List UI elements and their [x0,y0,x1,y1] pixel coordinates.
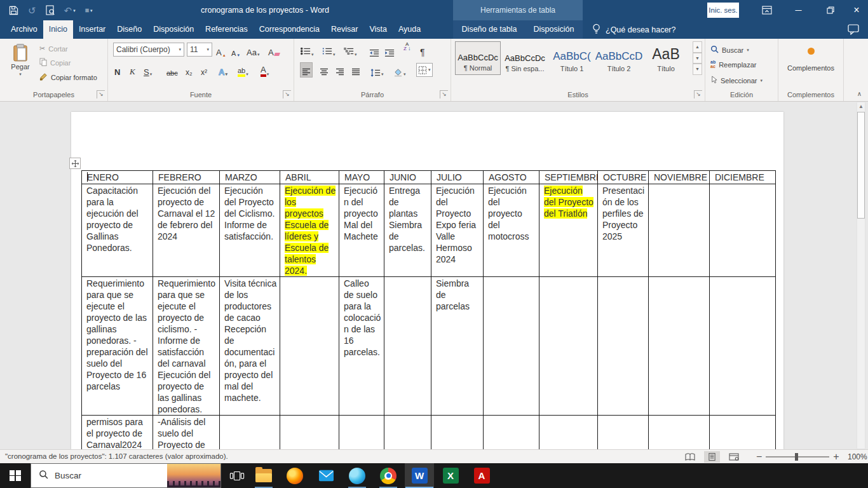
bullet-list-button[interactable]: ▾ [301,43,314,57]
bold-button[interactable]: N [114,63,120,77]
table-cell[interactable] [598,277,649,416]
numbered-list-button[interactable]: ▾ [322,43,336,57]
styles-scroll-up-button[interactable]: ▲ [693,41,702,53]
addins-button[interactable]: Complementos [778,64,843,72]
table-cell[interactable]: Ejecución del proyecto Mal del Machete [339,184,384,277]
month-header-cell[interactable]: OCTUBRE [598,171,649,184]
align-right-button[interactable] [334,63,346,77]
table-cell[interactable]: Visita técnica de los productores de cac… [220,277,280,416]
styles-dialog-launcher[interactable]: ↘ [694,90,702,98]
table-cell[interactable]: Ejecución del proyecto del motocross [484,184,539,277]
table-cell[interactable]: Calleo de suelo para la colocación de la… [339,277,384,416]
table-cell[interactable]: Requerimiento para que se ejecute el pro… [153,277,220,416]
cut-button[interactable]: ✂ Cortar [39,44,97,53]
edge-icon[interactable] [342,463,372,488]
subscript-button[interactable]: x₂ [186,63,193,77]
format-painter-button[interactable]: Copiar formato [39,72,97,82]
scroll-up-arrow[interactable]: ▲ [857,102,865,111]
zoom-in-button[interactable]: + [833,451,839,463]
minimize-button[interactable]: ─ [784,0,813,20]
table-cell[interactable] [710,184,776,277]
scrollbar-thumb[interactable] [857,112,865,219]
month-header-cell[interactable]: AGOSTO [484,171,539,184]
underline-button[interactable]: S▾ [144,63,152,77]
save-icon[interactable] [9,6,18,15]
table-cell[interactable]: Ejecución de los proyectos Escuela de lí… [280,184,339,277]
tab-diseno-de-tabla[interactable]: Diseño de tabla [462,20,517,39]
style-titulo[interactable]: AaBTítulo [643,41,689,75]
table-cell[interactable]: Ejecución del Proyecto del Ciclismo. Inf… [220,184,280,277]
tab-vista[interactable]: Vista [363,20,393,39]
start-button[interactable] [0,463,31,488]
zoom-percentage[interactable]: 100% [843,452,867,461]
word-icon[interactable]: W [405,463,434,488]
chrome-icon[interactable] [374,463,403,488]
task-view-button[interactable] [226,463,248,488]
month-header-cell[interactable]: FEBRERO [153,171,220,184]
month-header-cell[interactable]: MARZO [220,171,280,184]
sort-button[interactable]: A Z↓ [403,42,410,56]
tab-diseno[interactable]: Diseño [111,20,147,39]
find-button[interactable]: Buscar▾ [710,45,749,55]
line-spacing-button[interactable]: ▾ [370,63,384,77]
tab-archivo[interactable]: Archivo [5,20,43,39]
file-explorer-icon[interactable] [249,463,278,488]
print-preview-icon[interactable] [46,5,55,15]
decrease-indent-button[interactable] [369,43,379,57]
sign-in-button[interactable]: Inic. ses. [707,3,739,18]
mail-icon[interactable] [311,463,341,488]
character-count-status[interactable]: "cronograma de los proyectos": 1.107 car… [5,452,228,460]
month-header-cell[interactable]: JULIO [431,171,484,184]
taskbar-search-input[interactable]: Buscar [31,463,221,488]
table-cell[interactable]: Ejecución del Proyecto del Triatlón [539,184,598,277]
tab-inicio[interactable]: Inicio [43,20,73,39]
styles-more-button[interactable]: ▼ [693,64,702,75]
print-layout-button[interactable] [704,451,720,463]
multilevel-list-button[interactable]: ▾ [344,43,357,57]
text-highlight-button[interactable]: ab▾ [238,63,248,77]
tab-correspondencia[interactable]: Correspondencia [254,20,325,39]
table-cell[interactable] [649,277,710,416]
month-header-cell[interactable]: MAYO [339,171,384,184]
month-header-cell[interactable]: NOVIEMBRE [649,171,710,184]
table-cell[interactable]: Capacitación para la ejecución del proye… [82,184,153,277]
font-family-combo[interactable]: Calibri (Cuerpo)▾ [113,43,184,57]
paragraph-dialog-launcher[interactable]: ↘ [440,90,448,98]
style-titulo-1[interactable]: AaBbC(Título 1 [549,41,595,75]
vertical-scrollbar[interactable]: ▲ [857,102,865,449]
paste-button[interactable]: Pegar ▾ [5,41,36,90]
table-cell[interactable]: Siembra de parcelas [431,277,484,416]
style-normal[interactable]: AaBbCcDc¶ Normal [455,41,501,75]
zoom-slider-thumb[interactable] [795,453,798,461]
show-marks-button[interactable]: ¶ [420,43,425,57]
zoom-slider[interactable] [766,456,829,458]
table-cell[interactable] [539,277,598,416]
comments-icon[interactable] [848,24,859,37]
replace-button[interactable]: abac Reemplazar [710,60,756,69]
month-header-cell[interactable]: SEPTIEMBRE [539,171,598,184]
increase-indent-button[interactable] [384,43,395,57]
styles-scroll-down-button[interactable]: ▼ [693,53,702,64]
month-header-cell[interactable]: ENERO [82,171,153,184]
undo-icon[interactable]: ↶▾ [64,6,76,15]
table-cell[interactable] [384,277,431,416]
shading-button[interactable]: ▾ [393,63,406,77]
tab-insertar[interactable]: Insertar [73,20,111,39]
clipboard-dialog-launcher[interactable]: ↘ [97,90,105,98]
acrobat-icon[interactable]: A [467,463,496,488]
grow-font-button[interactable]: A▲ [216,43,226,57]
table-cell[interactable]: Ejecución del proyecto de Carnaval el 12… [153,184,220,277]
web-layout-button[interactable] [725,452,743,462]
text-effects-button[interactable]: A▾ [219,63,227,77]
tab-disposicion-tabla[interactable]: Disposición [533,20,574,39]
change-case-button[interactable]: Aa▾ [247,43,259,57]
table-cell[interactable] [280,277,339,416]
clear-formatting-button[interactable]: A [268,43,280,57]
excel-icon[interactable]: X [436,463,465,488]
superscript-button[interactable]: x² [201,63,207,77]
table-cell[interactable]: Requerimiento para que se ejecute el pro… [82,277,153,416]
repeat-icon[interactable]: ↺ [28,6,36,15]
tab-revisar[interactable]: Revisar [325,20,363,39]
justify-button[interactable] [350,63,362,77]
font-dialog-launcher[interactable]: ↘ [283,90,291,98]
